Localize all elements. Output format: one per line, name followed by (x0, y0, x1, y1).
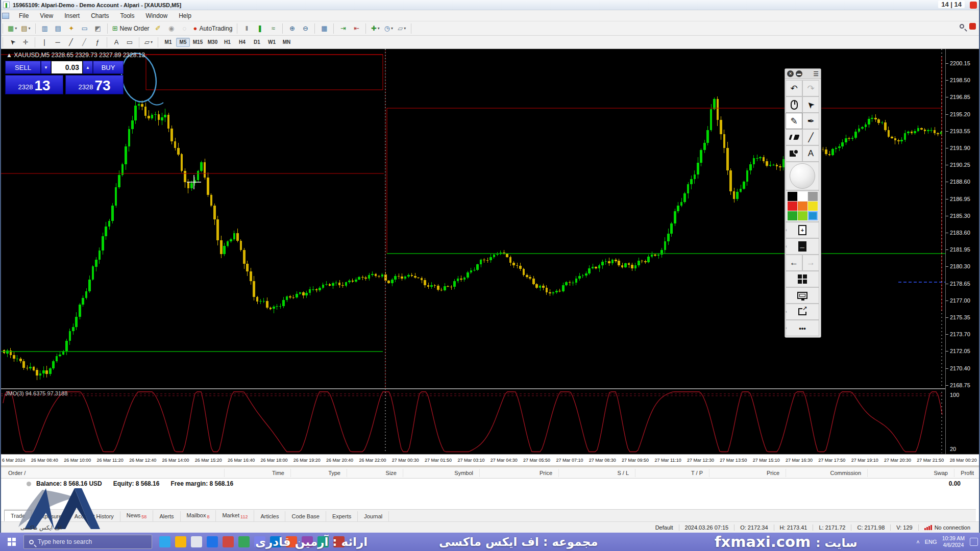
minimize-icon[interactable]: ▬ (796, 70, 802, 77)
buy-button[interactable]: BUY (93, 61, 124, 74)
board-page-icon[interactable]: ‹﹏ (786, 238, 819, 255)
menu-item-tools[interactable]: Tools (115, 11, 140, 20)
search-icon[interactable] (960, 24, 964, 29)
pen-icon[interactable]: ✎ (786, 113, 802, 129)
tab-exposure[interactable]: Exposure (32, 511, 68, 521)
tab-journal[interactable]: Journal (358, 511, 389, 521)
highlighter-icon[interactable]: ✒ (802, 113, 819, 129)
start-button[interactable] (0, 533, 23, 551)
bar-chart-button[interactable]: ‖ (240, 23, 253, 34)
menu-item-help[interactable]: Help (173, 11, 197, 20)
column-header-size[interactable]: Size (347, 469, 403, 477)
timeframe-h1-button[interactable]: H1 (220, 38, 234, 47)
indicators-button[interactable]: ✚▾ (369, 23, 381, 34)
tab-trade[interactable]: Trade (4, 510, 32, 521)
column-header-time[interactable]: Time (225, 469, 291, 477)
taskbar-app-icon[interactable] (238, 536, 250, 547)
language-indicator[interactable]: ENG (925, 539, 937, 545)
experts-button[interactable]: ◉ (165, 23, 178, 34)
price-axis[interactable]: 2200.152198.502196.852195.202193.552191.… (945, 49, 980, 454)
timeframe-d1-button[interactable]: D1 (250, 38, 264, 47)
timeframe-mn-button[interactable]: MN (280, 38, 293, 47)
pointer-icon[interactable]: ➤ (802, 96, 819, 113)
timeframe-m30-button[interactable]: M30 (206, 38, 219, 47)
timeframe-m5-button[interactable]: M5 (176, 38, 190, 47)
sounds-button[interactable]: ◌ (179, 23, 191, 34)
more-icon[interactable]: ‹••• (786, 320, 819, 336)
redo-icon[interactable]: ↷ (802, 80, 819, 96)
back-icon[interactable]: ← (786, 255, 802, 271)
undo-icon[interactable]: ↶ (786, 80, 802, 96)
volume-up-button[interactable]: ▲ (83, 61, 93, 74)
color-palette[interactable] (786, 190, 819, 222)
zoom-out-button[interactable]: ⊖ (299, 23, 311, 34)
chevron-left-icon[interactable]: ‹ (786, 325, 787, 331)
palette-color[interactable] (808, 192, 818, 201)
crosshair-tool-button[interactable]: ✛ (19, 37, 32, 48)
annotation-toolbar[interactable]: ✕ ▬ ☰ ↶↷➤✎✒╱A‹+‹﹏←→‹‹••• (785, 68, 821, 338)
palette-color[interactable] (798, 202, 807, 211)
annotation-toolbar-header[interactable]: ✕ ▬ ☰ (785, 69, 821, 79)
periods-button[interactable]: ◷▾ (382, 23, 395, 34)
tab-market[interactable]: Market112 (216, 510, 254, 521)
metaeditor-button[interactable]: ✐ (152, 23, 164, 34)
tab-code-base[interactable]: Code Base (285, 511, 326, 521)
text-tool-icon[interactable]: A (802, 145, 819, 162)
navigator-button[interactable]: ✦ (65, 23, 78, 34)
close-icon[interactable]: ✕ (787, 70, 794, 77)
taskbar-search[interactable]: Type here to search (23, 535, 152, 549)
tab-alerts[interactable]: Alerts (153, 511, 180, 521)
cursor-tool-button[interactable]: ➤ (6, 37, 18, 48)
dropdown-arrow-icon[interactable]: ▾ (404, 26, 406, 31)
data-window-button[interactable]: ▤ (52, 23, 64, 34)
line-chart-button[interactable]: ≈ (267, 23, 279, 34)
new-order-button[interactable]: ⊞New Order (111, 23, 151, 34)
timeframe-w1-button[interactable]: W1 (265, 38, 279, 47)
color-ball[interactable] (786, 162, 819, 190)
indicator-separator[interactable] (0, 388, 980, 389)
buy-price[interactable]: 2328 73 (65, 75, 124, 94)
palette-color[interactable] (808, 211, 818, 220)
palette-color[interactable] (798, 211, 807, 220)
strategy-tester-button[interactable]: ◩ (92, 23, 104, 34)
shapes-tool-icon[interactable] (786, 145, 802, 162)
chevron-left-icon[interactable]: ‹ (786, 228, 787, 233)
taskbar-app-icon[interactable] (207, 536, 218, 547)
menu-item-window[interactable]: Window (140, 11, 174, 20)
tab-mailbox[interactable]: Mailbox8 (181, 510, 216, 521)
menu-item-charts[interactable]: Charts (85, 11, 114, 20)
vertical-line-tool-button[interactable]: ❘ (38, 37, 51, 48)
templates-button[interactable]: ▱▾ (396, 23, 408, 34)
tab-articles[interactable]: Articles (254, 511, 285, 521)
taskbar-clock[interactable]: 10:39 AM 4/6/2024 (942, 535, 965, 548)
line-tool-icon[interactable]: ╱ (802, 129, 819, 145)
chart-area[interactable] (0, 49, 980, 454)
menu-item-file[interactable]: File (13, 11, 34, 20)
eraser-icon[interactable] (786, 129, 802, 145)
profiles-button[interactable]: ▤▾ (19, 23, 32, 34)
column-header-symbol[interactable]: Symbol (403, 469, 480, 477)
timeframe-m1-button[interactable]: M1 (161, 38, 175, 47)
taskbar-app-icon[interactable] (159, 536, 170, 547)
channel-tool-button[interactable]: ╱ (78, 37, 90, 48)
menu-item-view[interactable]: View (34, 11, 59, 20)
shapes-tool-button[interactable]: ▱▾ (142, 37, 155, 48)
candlestick-chart-button[interactable]: ❚ (254, 23, 266, 34)
share-icon[interactable]: ‹ (786, 304, 819, 320)
tray-chevron-icon[interactable]: ˄ (916, 539, 919, 545)
gallery-grid-icon[interactable] (786, 271, 819, 287)
screen-icon[interactable] (786, 287, 819, 304)
column-header-commission[interactable]: Commission (786, 469, 868, 477)
connection-status[interactable]: No connection (918, 524, 976, 531)
new-page-icon[interactable]: ‹+ (786, 222, 819, 238)
notification-center-icon[interactable] (970, 538, 978, 546)
volume-down-button[interactable]: ▼ (41, 61, 51, 74)
auto-scroll-button[interactable]: ⇥ (337, 23, 349, 34)
palette-color[interactable] (798, 192, 807, 201)
dropdown-arrow-icon[interactable]: ▾ (378, 26, 380, 31)
tab-experts[interactable]: Experts (326, 511, 358, 521)
dropdown-arrow-icon[interactable]: ▾ (29, 26, 31, 31)
new-chart-button[interactable]: ▦▾ (6, 23, 18, 34)
volume-input[interactable]: 0.03 (51, 61, 83, 74)
palette-color[interactable] (788, 202, 797, 211)
